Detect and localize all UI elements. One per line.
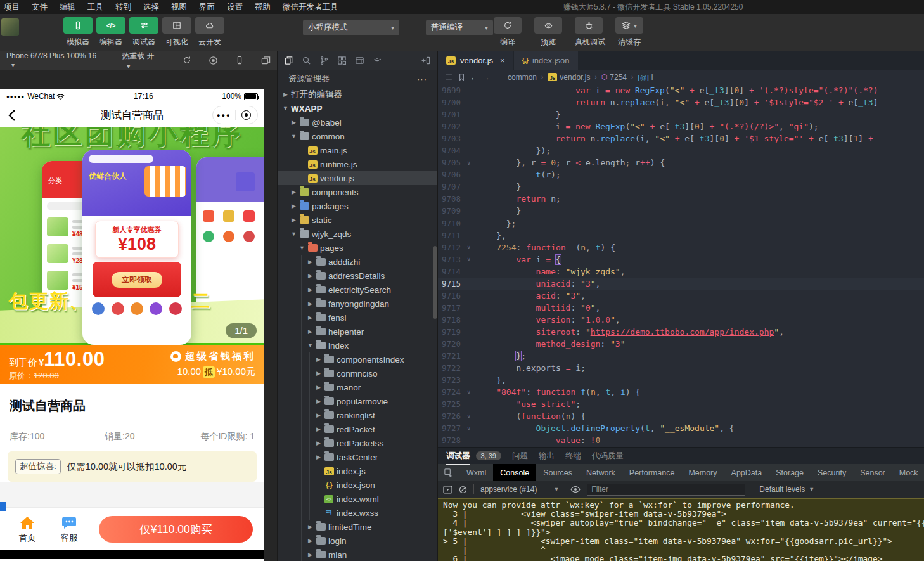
menu-4[interactable]: 转到: [115, 2, 131, 13]
menu-2[interactable]: 编辑: [60, 2, 75, 13]
code-line-9702[interactable]: 9702 i = new RegExp("<" + e[_t3][0] + "(…: [438, 120, 924, 132]
code-line-9708[interactable]: 9708 return n;: [438, 193, 924, 205]
devtools-tab-Performance[interactable]: Performance: [622, 464, 682, 481]
code-line-9720[interactable]: 9720 method_design: "3": [438, 338, 924, 350]
editor-tab-vendor.js[interactable]: Jsvendor.js×: [438, 51, 514, 70]
menu-1[interactable]: 文件: [32, 2, 48, 13]
fold-caret-icon[interactable]: ∨: [467, 389, 477, 396]
user-avatar[interactable]: [1, 18, 19, 36]
menu-5[interactable]: 选择: [143, 2, 159, 13]
code-line-9705[interactable]: 9705 ∨ }, r = 0; r < e.length; r++) {: [438, 157, 924, 169]
outline-icon[interactable]: [444, 73, 453, 81]
inspect-element-icon[interactable]: [438, 468, 459, 478]
fold-caret-icon[interactable]: ∨: [467, 425, 477, 432]
tree-item-components[interactable]: ▶ components: [278, 185, 437, 199]
branch-icon[interactable]: [319, 56, 329, 65]
tree-item-fanyongdingdan[interactable]: ▶ fanyongdingdan: [278, 297, 437, 311]
panel-tab-调试器[interactable]: 调试器: [446, 451, 470, 461]
breadcrumb-common[interactable]: common: [508, 73, 537, 82]
tree-item-vendor.js[interactable]: Js vendor.js: [278, 171, 437, 185]
fold-caret-icon[interactable]: ∨: [467, 256, 477, 262]
menu-7[interactable]: 界面: [199, 2, 215, 13]
tree-item-fensi[interactable]: ▶ fensi: [278, 311, 437, 325]
tree-item-WXAPP[interactable]: ▼ WXAPP: [278, 101, 437, 115]
code-line-9704[interactable]: 9704 });: [438, 145, 924, 157]
tree-item-taskCenter[interactable]: ▶ taskCenter: [278, 450, 437, 464]
code-editor[interactable]: 9699 var i = new RegExp("<" + e[_t3][0] …: [438, 84, 924, 447]
menu-10[interactable]: 微信开发者工具: [283, 2, 338, 13]
devtools-tab-Memory[interactable]: Memory: [681, 464, 724, 481]
tree-item-@babel[interactable]: ▶ @babel: [278, 115, 437, 129]
console-output[interactable]: Now you can provide attr `wx:key` for a …: [438, 498, 924, 561]
预览-button[interactable]: 预览: [534, 17, 562, 48]
code-line-9700[interactable]: 9700 return n.replace(i, "<" + e[_t3][0]…: [438, 96, 924, 108]
code-line-9726[interactable]: 9726 ∨ (function(n) {: [438, 410, 924, 422]
tree-item-wjyk_zqds[interactable]: ▼ wjyk_zqds: [278, 227, 437, 241]
code-line-9712[interactable]: 9712 ∨ 7254: function _(n, t) {: [438, 242, 924, 254]
code-line-9707[interactable]: 9707 }: [438, 181, 924, 193]
dock-side-icon[interactable]: [443, 486, 452, 494]
tree-item-helpenter[interactable]: ▶ helpenter: [278, 325, 437, 339]
code-line-9710[interactable]: 9710 };: [438, 217, 924, 229]
exit-icon[interactable]: [236, 110, 258, 120]
code-line-9701[interactable]: 9701 }: [438, 108, 924, 120]
tree-item-common[interactable]: ▼ common: [278, 129, 437, 143]
wechat-capsule[interactable]: ●●●: [212, 106, 258, 124]
code-line-9709[interactable]: 9709 }: [438, 205, 924, 217]
code-line-9703[interactable]: 9703 return n.replace(i, "<" + e[_t3][0]…: [438, 132, 924, 145]
menu-8[interactable]: 设置: [227, 2, 243, 13]
menu-9[interactable]: 帮助: [255, 2, 271, 13]
code-line-9715[interactable]: 9715 uniacid: "3",: [438, 278, 924, 290]
console-filter-input[interactable]: [587, 484, 745, 496]
clear-console-icon[interactable]: [459, 486, 467, 494]
breadcrumb-7254[interactable]: ⬡7254: [601, 73, 627, 82]
phone-icon[interactable]: [235, 56, 244, 65]
code-line-9714[interactable]: 9714 name: "wjyk_zqds",: [438, 266, 924, 278]
devtools-tab-Security[interactable]: Security: [811, 464, 853, 481]
eye-icon[interactable]: [570, 486, 581, 493]
tree-item-index[interactable]: ▼ index: [278, 339, 437, 352]
编译-button[interactable]: 编译: [494, 17, 522, 48]
context-select[interactable]: appservice (#14)▼: [480, 485, 559, 494]
tree-item-pages[interactable]: ▼ pages: [278, 241, 437, 255]
refresh-icon[interactable]: [183, 56, 191, 65]
清缓存-button[interactable]: ▾ 清缓存: [615, 17, 643, 48]
code-line-9727[interactable]: 9727 ∨ Object.defineProperty(t, "__esMod…: [438, 422, 924, 434]
tree-item-limitedTime[interactable]: ▶ limitedTime: [278, 520, 437, 534]
breadcrumb-vendor.js[interactable]: Jsvendor.js: [548, 73, 590, 82]
panel-tab-终端[interactable]: 终端: [565, 451, 581, 461]
menu-6[interactable]: 视图: [171, 2, 187, 13]
tree-item-adddizhi[interactable]: ▶ adddizhi: [278, 255, 437, 269]
可视化-button[interactable]: 可视化: [162, 17, 191, 48]
code-line-9718[interactable]: 9718 version: "1.0.0",: [438, 314, 924, 326]
code-line-9728[interactable]: 9728 value: !0: [438, 434, 924, 446]
code-line-9722[interactable]: 9722 n.exports = i;: [438, 362, 924, 374]
编辑器-button[interactable]: </> 编辑器: [96, 17, 125, 48]
tree-item-conmnciso[interactable]: ▶ conmnciso: [278, 366, 437, 380]
tree-item-componentsIndex[interactable]: ▶ componentsIndex: [278, 352, 437, 366]
tree-item-mian[interactable]: ▶ mian: [278, 548, 437, 561]
scroll-indicator[interactable]: [0, 502, 6, 511]
devtools-tab-Mock[interactable]: Mock: [892, 464, 924, 481]
模拟器-button[interactable]: 模拟器: [63, 17, 93, 48]
home-tab[interactable]: 首页: [6, 515, 48, 544]
record-icon[interactable]: [209, 56, 218, 65]
panel-tab-问题[interactable]: 问题: [512, 451, 528, 461]
menu-3[interactable]: 工具: [87, 2, 103, 13]
tree-item-index.wxml[interactable]: <> index.wxml: [278, 492, 437, 506]
grid-icon[interactable]: [337, 56, 347, 65]
tree-item-manor[interactable]: ▶ manor: [278, 380, 437, 394]
files-icon[interactable]: [284, 56, 293, 65]
tree-scrollbar[interactable]: [433, 246, 437, 319]
more-actions-icon[interactable]: ···: [417, 74, 427, 84]
code-line-9719[interactable]: 9719 siteroot: "https://demo.ttbobo.com/…: [438, 326, 924, 338]
buy-button[interactable]: 仅¥110.00购买: [99, 516, 253, 543]
service-tab[interactable]: 客服: [48, 515, 90, 544]
code-line-9725[interactable]: 9725 "use strict";: [438, 398, 924, 410]
devtools-tab-Network[interactable]: Network: [579, 464, 622, 481]
fold-caret-icon[interactable]: ∨: [467, 413, 477, 420]
tree-item-electricitySearch[interactable]: ▶ electricitySearch: [278, 283, 437, 297]
tree-item-popularmovie[interactable]: ▶ popularmovie: [278, 394, 437, 408]
log-levels-select[interactable]: Default levels▼: [759, 485, 814, 494]
tree-item-rankinglist[interactable]: ▶ rankinglist: [278, 408, 437, 422]
